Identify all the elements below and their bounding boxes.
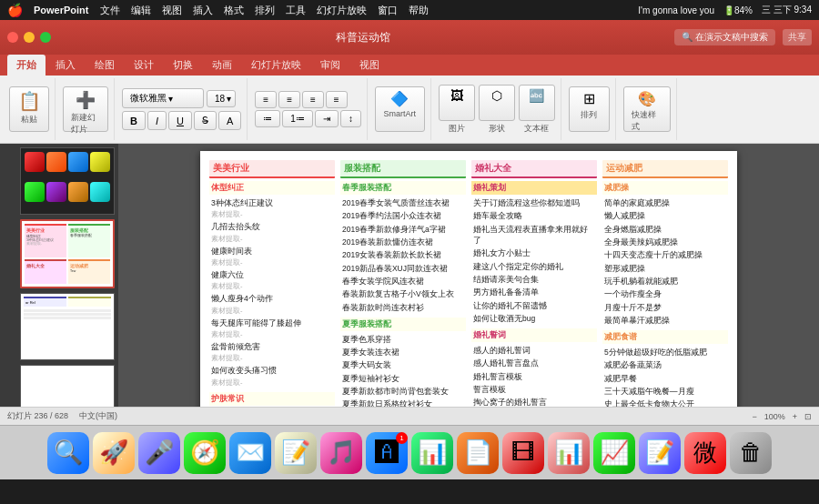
- item: 婚礼当天流程表直播拿来用就好了: [471, 223, 597, 247]
- align-center-button[interactable]: ≡: [278, 91, 300, 108]
- smartart-button[interactable]: 🔷 SmartArt: [375, 86, 425, 132]
- tab-review[interactable]: 审阅: [311, 55, 349, 76]
- item: 3种体态纠正建议: [209, 197, 335, 209]
- maximize-button[interactable]: [40, 32, 51, 43]
- slide-grid: 美美行业 体型纠正 3种体态纠正建议 素材提取- 几招去抬头纹 素材提取- 健康…: [209, 160, 728, 407]
- format-menu[interactable]: 格式: [224, 4, 244, 17]
- main-content: 236 237 美美行业: [0, 144, 819, 407]
- slideshow-menu[interactable]: 幻灯片放映: [317, 4, 367, 17]
- strikethrough-button[interactable]: S̶: [194, 111, 217, 130]
- image-button[interactable]: 🖼: [439, 85, 475, 121]
- share-button[interactable]: 共享: [783, 29, 812, 45]
- indent-button[interactable]: ⇥: [315, 110, 339, 127]
- item: 夏季新款都市时尚背包套装女: [340, 385, 466, 398]
- column-wedding: 婚礼大全 婚礼策划 关于订婚流程这些你都知道吗 婚车最全攻略 婚礼当天流程表直播…: [471, 160, 597, 407]
- bold-button[interactable]: B: [122, 111, 146, 130]
- underline-button[interactable]: U: [168, 111, 192, 130]
- new-slide-button[interactable]: ➕ 新建幻灯片: [63, 86, 108, 132]
- dock-appstore[interactable]: 🅰 1: [366, 432, 408, 474]
- italic-button[interactable]: I: [147, 111, 167, 130]
- item: 2019春装新款慵仿连衣裙: [340, 236, 466, 248]
- align-left-button[interactable]: ≡: [255, 91, 277, 108]
- dock-music[interactable]: 🎵: [320, 432, 362, 474]
- item: 懒人减肥操: [602, 209, 728, 222]
- view-menu[interactable]: 视图: [162, 4, 182, 17]
- item: 十四天变态瘦十斤的减肥操: [602, 248, 728, 261]
- tab-view[interactable]: 视图: [350, 55, 389, 76]
- font-size[interactable]: 18 ▾: [207, 90, 236, 107]
- tab-animation[interactable]: 动画: [203, 55, 241, 76]
- tab-slideshow[interactable]: 幻灯片放映: [242, 55, 310, 76]
- quickstyle-button[interactable]: 🎨 快速样式: [623, 86, 671, 132]
- insert-menu[interactable]: 插入: [193, 4, 213, 17]
- dock-excel[interactable]: 📈: [593, 432, 635, 474]
- item: 夏季新款日系格纹衬衫女: [340, 398, 466, 407]
- column-fashion: 服装搭配 春季服装搭配 2019春季女装气质蕾丝连衣裙 2019春季约法国小众连…: [340, 160, 466, 407]
- window-menu[interactable]: 窗口: [378, 4, 398, 17]
- item: 健康时间表: [209, 245, 335, 257]
- item: 婚礼女方小贴士: [471, 247, 597, 259]
- item-muted: 素材提取-: [209, 281, 335, 292]
- zoom-in-button[interactable]: +: [793, 412, 797, 421]
- slide-info: 幻灯片 236 / 628: [7, 410, 68, 422]
- search-box[interactable]: 🔍 在演示文稿中搜索: [674, 29, 775, 45]
- slide-thumb-238[interactable]: 238 ar ReI: [20, 293, 115, 360]
- ribbon: 📋 粘贴 ➕ 新建幻灯片 微软雅黑 ▾ 18 ▾: [0, 76, 819, 144]
- paste-button[interactable]: 📋 粘贴: [9, 86, 49, 132]
- dock-safari[interactable]: 🧭: [184, 432, 226, 474]
- edit-menu[interactable]: 编辑: [131, 4, 151, 17]
- item: 夏季短袖衬衫女: [340, 372, 466, 385]
- slide-thumb-236[interactable]: 236: [20, 147, 115, 215]
- slide-thumb-237[interactable]: 237 美美行业 体型纠正 3种体态纠正建议 素材提取- 服装搭配 春季服装搭配: [20, 219, 115, 288]
- slide-thumb-239[interactable]: 239: [20, 365, 115, 407]
- dock-siri[interactable]: 🎤: [138, 432, 180, 474]
- file-menu[interactable]: 文件: [100, 4, 120, 17]
- tab-start[interactable]: 开始: [7, 55, 46, 76]
- item: 健康六位: [209, 268, 335, 281]
- tab-insert[interactable]: 插入: [46, 55, 85, 76]
- tab-design[interactable]: 设计: [125, 55, 163, 76]
- item: 全身最美辣妈减肥操: [602, 236, 728, 248]
- dock-finder[interactable]: 🔍: [47, 432, 89, 474]
- arrange-button[interactable]: ⊞ 排列: [569, 86, 610, 132]
- bullet-button[interactable]: ≔: [255, 110, 280, 127]
- tab-transition[interactable]: 切换: [164, 55, 202, 76]
- dock-word[interactable]: 📝: [639, 432, 681, 474]
- appstore-badge: 1: [396, 432, 408, 444]
- fit-slide-button[interactable]: ⊡: [804, 412, 812, 421]
- justify-button[interactable]: ≡: [326, 91, 348, 108]
- font-color-button[interactable]: A: [218, 111, 241, 130]
- column-beauty: 美美行业 体型纠正 3种体态纠正建议 素材提取- 几招去抬头纹 素材提取- 健康…: [209, 160, 335, 407]
- dock-numbers[interactable]: 📊: [411, 432, 453, 474]
- item: 如何改变头痛习惯: [209, 364, 335, 377]
- app-name-menu[interactable]: PowerPoint: [34, 5, 89, 15]
- dock-powerpoint[interactable]: 📊: [548, 432, 590, 474]
- dock-weibo[interactable]: 微: [684, 432, 726, 474]
- line-spacing-button[interactable]: ↕: [340, 110, 361, 127]
- dock-notes[interactable]: 📝: [275, 432, 317, 474]
- align-right-button[interactable]: ≡: [302, 91, 324, 108]
- font-selector[interactable]: 微软雅黑 ▾: [122, 88, 204, 108]
- textbox-button[interactable]: 🔤: [519, 85, 555, 121]
- tab-draw[interactable]: 绘图: [86, 55, 124, 76]
- subheader-skincare: 护肤常识: [209, 392, 335, 406]
- item: 掏心窝子的婚礼誓言: [471, 396, 597, 407]
- dock-keynote[interactable]: 🎞: [502, 432, 544, 474]
- number-list-button[interactable]: 1≔: [282, 110, 313, 127]
- apple-menu[interactable]: 🍎: [7, 3, 23, 17]
- dock-trash[interactable]: 🗑: [730, 432, 772, 474]
- tools-menu[interactable]: 工具: [286, 4, 306, 17]
- dock-launchpad[interactable]: 🚀: [93, 432, 135, 474]
- close-button[interactable]: [7, 32, 18, 43]
- dock-pages[interactable]: 📄: [457, 432, 499, 474]
- shape-button[interactable]: ⬡: [479, 85, 515, 121]
- minimize-button[interactable]: [24, 32, 35, 43]
- item: 一个动作瘦全身: [602, 287, 728, 300]
- zoom-out-button[interactable]: −: [752, 412, 756, 421]
- dock-mail[interactable]: ✉️: [229, 432, 271, 474]
- item: 婚礼誓言模板: [471, 370, 597, 383]
- col-header-fitness: 运动减肥: [602, 160, 728, 178]
- main-slide[interactable]: 美美行业 体型纠正 3种体态纠正建议 素材提取- 几招去抬头纹 素材提取- 健康…: [200, 151, 737, 407]
- arrange-menu[interactable]: 排列: [255, 4, 275, 17]
- help-menu[interactable]: 帮助: [409, 4, 429, 17]
